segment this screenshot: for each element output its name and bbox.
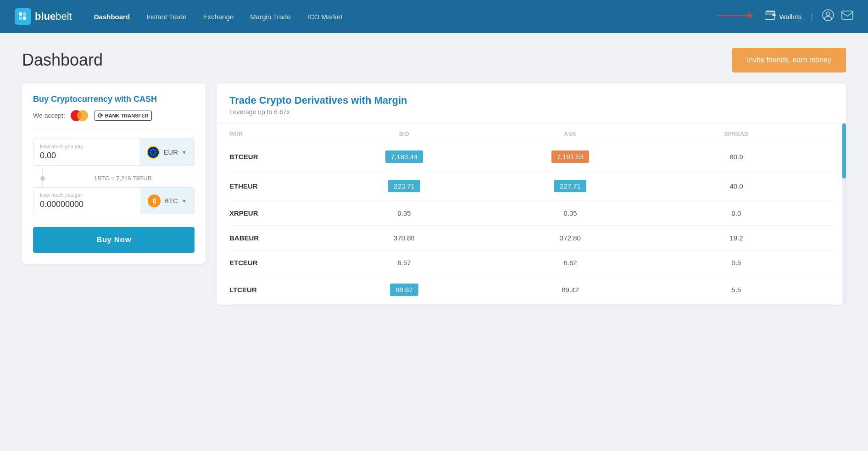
nav-item-dashboard[interactable]: Dashboard [94, 13, 130, 21]
bid-badge: 88.87 [390, 284, 418, 296]
spread-cell: 40.0 [653, 182, 819, 190]
get-input-container: How much you get 0.00000000 ₿ BTC ▼ [33, 187, 195, 214]
btc-icon: ₿ [148, 195, 161, 207]
trade-card-header: Trade Crypto Derivatives with Margin Lev… [217, 84, 846, 123]
nav-item-exchange[interactable]: Exchange [203, 13, 234, 21]
get-form-group: How much you get 0.00000000 ₿ BTC ▼ [33, 187, 195, 214]
svg-rect-0 [19, 12, 22, 16]
buy-now-button[interactable]: Buy Now [33, 227, 195, 253]
wallet-icon [765, 11, 776, 22]
table-row[interactable]: BABEUR 370.88 372.80 19.2 [229, 226, 833, 251]
svg-point-8 [773, 15, 774, 16]
table-row[interactable]: LTCEUR 88.87 89.42 5.5 [229, 275, 833, 305]
rate-text: 1BTC = 7,218.73EUR [94, 175, 152, 182]
get-currency-select[interactable]: ₿ BTC ▼ [140, 188, 194, 214]
main-nav: Dashboard Instant Trade Exchange Margin … [94, 13, 717, 21]
svg-text:★: ★ [154, 150, 156, 151]
ask-badge: 227.71 [554, 180, 586, 192]
bid-badge: 223.71 [388, 180, 420, 192]
ask-cell: 372.80 [487, 234, 653, 242]
get-label: How much you get [40, 192, 134, 198]
spread-cell: 0.5 [653, 259, 819, 267]
th-ask: ASK [487, 131, 653, 137]
pay-label: How much you pay [40, 144, 133, 149]
scrollbar-thumb[interactable] [842, 123, 846, 178]
th-spread: SPREAD [653, 131, 819, 137]
ask-value: 0.35 [563, 209, 577, 217]
bank-transfer-logo: ⟳ BANK TRANSFER [95, 111, 152, 121]
pair-cell: XRPEUR [229, 209, 321, 217]
spread-cell: 19.2 [653, 234, 819, 242]
spread-cell: 0.0 [653, 209, 819, 217]
bid-cell: 6.57 [321, 259, 487, 267]
svg-text:★: ★ [154, 153, 156, 155]
trade-card-subtitle: Leverage up to 6.67x [229, 108, 833, 116]
svg-text:★: ★ [150, 153, 152, 155]
logo[interactable]: bluebelt [15, 8, 72, 25]
svg-text:★: ★ [150, 150, 152, 151]
svg-line-10 [774, 11, 775, 12]
th-scroll-space [819, 131, 833, 137]
nav-item-instant-trade[interactable]: Instant Trade [146, 13, 187, 21]
spread-cell: 5.5 [653, 286, 819, 294]
ask-cell: 227.71 [487, 180, 653, 192]
navbar: bluebelt Dashboard Instant Trade Exchang… [0, 0, 868, 33]
nav-item-margin-trade[interactable]: Margin Trade [250, 13, 290, 21]
invite-friends-button[interactable]: Invite friends, earn money [732, 48, 846, 72]
pay-currency-chevron: ▼ [182, 150, 187, 155]
trade-table-body: BTCEUR 7,183.44 7,191.53 80.9 ETHEUR 223… [229, 142, 833, 305]
ask-cell: 7,191.53 [487, 150, 653, 163]
ask-cell: 0.35 [487, 209, 653, 217]
mail-icon[interactable] [841, 11, 853, 22]
table-header: PAIR BID ASK SPREAD [229, 123, 833, 142]
th-bid: BID [321, 131, 487, 137]
bid-value: 6.57 [397, 259, 411, 267]
pair-cell: BTCEUR [229, 153, 321, 161]
bid-value: 0.35 [397, 209, 411, 217]
trade-crypto-card: Trade Crypto Derivatives with Margin Lev… [217, 84, 846, 305]
table-row[interactable]: XRPEUR 0.35 0.35 0.0 [229, 201, 833, 226]
get-currency-label: BTC [164, 197, 178, 205]
pay-value[interactable]: 0.00 [40, 151, 133, 161]
logo-text: bluebelt [35, 11, 72, 22]
ask-cell: 89.42 [487, 286, 653, 294]
red-arrow-icon [717, 10, 754, 23]
scrollbar-track[interactable] [842, 123, 846, 305]
ask-value: 89.42 [562, 286, 579, 294]
ask-value: 6.62 [563, 259, 577, 267]
page-content: Dashboard Invite friends, earn money Buy… [0, 33, 868, 319]
pay-currency-label: EUR [163, 148, 178, 156]
table-row[interactable]: BTCEUR 7,183.44 7,191.53 80.9 [229, 142, 833, 172]
trade-table: PAIR BID ASK SPREAD BTCEUR 7,183.44 7,19… [217, 123, 846, 305]
mastercard-logo [71, 110, 89, 122]
exchange-rate-row: 1BTC = 7,218.73EUR [33, 169, 195, 187]
svg-point-13 [826, 12, 830, 16]
bid-cell: 370.88 [321, 234, 487, 242]
trade-card-title: Trade Crypto Derivatives with Margin [229, 95, 833, 106]
buy-card-header: Buy Cryptocurrency with CASH We accept: … [33, 95, 195, 129]
logo-icon [15, 8, 31, 25]
payment-methods: We accept: ⟳ BANK TRANSFER [33, 110, 195, 122]
cards-row: Buy Cryptocurrency with CASH We accept: … [22, 84, 846, 305]
spread-cell: 80.9 [653, 153, 819, 161]
nav-item-ico-market[interactable]: ICO Market [307, 13, 343, 21]
ask-cell: 6.62 [487, 259, 653, 267]
bid-cell: 0.35 [321, 209, 487, 217]
user-icon[interactable] [822, 9, 834, 24]
table-row[interactable]: ETHEUR 223.71 227.71 40.0 [229, 172, 833, 201]
get-value[interactable]: 0.00000000 [40, 200, 134, 209]
pay-currency-select[interactable]: ★ ★ ★ ★ ★ ★ ★ ★ EUR ▼ [139, 139, 194, 165]
svg-rect-3 [23, 17, 26, 20]
svg-rect-14 [842, 11, 853, 19]
svg-marker-5 [748, 13, 754, 18]
trade-table-container: PAIR BID ASK SPREAD BTCEUR 7,183.44 7,19… [217, 123, 846, 305]
table-row[interactable]: ETCEUR 6.57 6.62 0.5 [229, 251, 833, 275]
pay-input-container: How much you pay 0.00 ★ ★ ★ ★ [33, 139, 195, 166]
accept-label: We accept: [33, 112, 65, 119]
bank-icon: ⟳ [98, 112, 103, 119]
bid-cell: 223.71 [321, 180, 487, 192]
buy-crypto-card: Buy Cryptocurrency with CASH We accept: … [22, 84, 206, 264]
bid-cell: 88.87 [321, 284, 487, 296]
svg-rect-1 [23, 12, 26, 16]
wallets-button[interactable]: Wallets [765, 11, 802, 22]
